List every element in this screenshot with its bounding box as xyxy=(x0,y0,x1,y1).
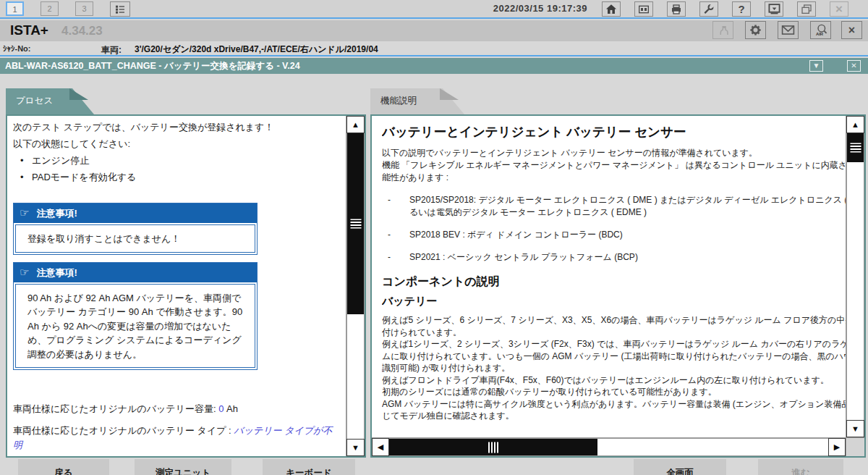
vehicle-info-bar: ｼｬｼ-No: 車両: 3'/G20/セダン/320d xDrive/B47,-… xyxy=(0,42,868,56)
battery-para-line: 例えば5 シリーズ、6 シリーズ、7 シリーズ、X3、X5、X6の場合、車両バッ… xyxy=(382,314,846,327)
notice-title: 注意事項! xyxy=(36,267,77,278)
home-icon xyxy=(605,3,618,15)
notice-box-2: ☞注意事項! 90 Ah および 92 Ah AGM バッテリーを、車両側でバッ… xyxy=(13,262,258,371)
process-vertical-scrollbar[interactable]: ▲ ▼ xyxy=(346,116,365,456)
scroll-right-button[interactable]: ▶ xyxy=(828,438,846,456)
app-title-bar: ISTA+ 4.34.23 AIR × xyxy=(0,20,868,41)
back-button[interactable]: 戻る xyxy=(18,459,109,475)
description-para1-line1: 以下の説明でバッテリーとインテリジェント バッテリー センサーの情報が準備されて… xyxy=(382,147,846,159)
minimize-icon[interactable]: ▼ xyxy=(809,60,823,72)
forward-button[interactable]: 進む xyxy=(758,459,843,475)
scroll-up-button[interactable]: ▲ xyxy=(846,116,864,133)
process-subintro: 以下の状態にしてください: xyxy=(13,137,340,151)
description-vertical-scrollbar[interactable]: ▲ ▼ xyxy=(846,116,864,437)
scroll-thumb[interactable] xyxy=(847,133,864,162)
settings-button[interactable] xyxy=(745,21,766,39)
session-tab-3[interactable]: 3 xyxy=(75,1,93,16)
settings-gear-icon xyxy=(749,23,762,37)
description-heading: バッテリーとインテリジェント バッテリー センサー xyxy=(382,126,846,138)
battery-para-line: 付けられています。 xyxy=(382,327,846,339)
notice-body: 登録を取り消すことはできません！ xyxy=(16,225,255,252)
process-panel: 次のテスト ステップでは、バッテリー交換が登録されます！ 以下の状態にしてくださ… xyxy=(6,114,366,458)
scroll-grip xyxy=(488,442,498,453)
printer-icon xyxy=(670,4,683,15)
air-search-icon: AIR xyxy=(814,23,828,37)
scroll-thumb[interactable] xyxy=(389,439,597,455)
battery-para-line: ムに取り付けられています。いつも一個の AGM バッテリー (工場出荷時に取り付… xyxy=(382,350,846,363)
close-app-button[interactable]: × xyxy=(830,1,848,17)
pointing-hand-icon: ☞ xyxy=(20,266,29,278)
scroll-grip xyxy=(850,143,861,153)
close-session-button[interactable]: × xyxy=(841,21,862,39)
window-restore-icon xyxy=(800,4,813,15)
process-bullet-1: •エンジン停止 xyxy=(20,154,340,167)
app-version: 4.34.23 xyxy=(61,24,103,38)
notice-box-1: ☞注意事項! 登録を取り消すことはできません！ xyxy=(13,203,258,255)
components-heading: コンポーネントの説明 xyxy=(382,275,846,287)
documents-button[interactable] xyxy=(634,1,653,17)
process-content: 次のテスト ステップでは、バッテリー交換が登録されます！ 以下の状態にしてくださ… xyxy=(7,116,346,456)
top-toolbar: 1 2 3 2022/03/15 19:17:39 ? xyxy=(0,0,868,19)
scroll-track[interactable] xyxy=(846,133,864,420)
keyboard-button[interactable]: キーボード xyxy=(263,459,355,475)
service-functions-button[interactable] xyxy=(699,1,718,17)
description-horizontal-scrollbar[interactable]: ◀ ▶ xyxy=(372,437,846,456)
scroll-track[interactable] xyxy=(346,133,365,439)
scroll-down-button[interactable]: ▼ xyxy=(346,439,365,456)
battery-para-line: 例えば1シリーズ、2 シリーズ、3シリーズ (F2x、F3x) では、車両バッテ… xyxy=(382,338,846,350)
tab-function-description[interactable]: 機能説明 xyxy=(370,88,464,114)
battery-para-line: 初期のシリーズには通常の鉛酸バッテリーが取り付けられている可能性があります。 xyxy=(382,386,846,398)
notice-title: 注意事項! xyxy=(36,208,77,219)
air-search-button[interactable]: AIR xyxy=(810,21,831,39)
notice-header: ☞注意事項! xyxy=(14,263,257,282)
description-para1-line3: 能性があります : xyxy=(382,172,846,184)
test-module-title-bar: ABL-WAR-AS6120_BATT_CHANGE - バッテリー交換を記録す… xyxy=(0,58,868,74)
session-tab-1[interactable]: 1 xyxy=(6,1,24,16)
datetime-display: 2022/03/15 19:17:39 xyxy=(493,3,587,14)
window-restore-button[interactable] xyxy=(797,1,816,17)
tab-process-label: プロセス xyxy=(16,95,53,107)
vehicle-label: 車両: xyxy=(101,44,122,56)
sp-list-item-1: - SP2015/SP2018: デジタル モーター エレクトロニクス ( DM… xyxy=(388,194,846,219)
tab-process[interactable]: プロセス xyxy=(6,88,94,114)
battery-para-line: AGM バッテリーには特に高サイクル強度という利点があります。バッテリー容量は装… xyxy=(382,398,846,411)
battery-type-original: 車両仕様に応じたオリジナルのバッテリー タイプ : バッテリー タイプが不明 xyxy=(13,424,340,453)
list-icon xyxy=(114,4,127,15)
chassis-number-label: ｼｬｼ-No: xyxy=(3,44,31,53)
documents-icon xyxy=(637,4,650,15)
scroll-thumb[interactable] xyxy=(347,133,364,314)
battery-para-line: 識別可能) が取り付けられます。 xyxy=(382,362,846,374)
fullscreen-toggle-button[interactable] xyxy=(765,1,783,17)
connector-icon xyxy=(717,24,730,37)
function-description-panel: バッテリーとインテリジェント バッテリー センサー 以下の説明でバッテリーとイン… xyxy=(370,114,866,458)
description-para1-line2: 機能 「フレキシブル エネルギー マネージメントとパワー マネージメント」 は異… xyxy=(382,159,846,172)
print-button[interactable] xyxy=(667,1,686,17)
fullscreen-button[interactable]: 全画面 xyxy=(634,459,726,475)
session-tab-2[interactable]: 2 xyxy=(41,1,59,16)
close-icon[interactable]: ✕ xyxy=(847,60,861,72)
close-icon: × xyxy=(835,3,843,15)
home-button[interactable] xyxy=(602,1,621,17)
function-description-content: バッテリーとインテリジェント バッテリー センサー 以下の説明でバッテリーとイン… xyxy=(372,116,846,437)
help-button[interactable]: ? xyxy=(732,1,751,17)
test-module-title: ABL-WAR-AS6120_BATT_CHANGE - バッテリー交換を記録す… xyxy=(5,60,300,72)
notice-header: ☞注意事項! xyxy=(14,203,257,223)
scroll-track[interactable] xyxy=(389,438,828,456)
tab-fold xyxy=(69,88,88,100)
scroll-left-button[interactable]: ◀ xyxy=(372,438,389,456)
mail-button[interactable] xyxy=(778,21,799,39)
process-intro: 次のテスト ステップでは、バッテリー交換が登録されます！ xyxy=(13,120,340,134)
scrollbar-corner xyxy=(846,437,864,456)
measuring-unit-button[interactable]: 測定ユニット xyxy=(135,459,231,475)
battery-para-line: 例えばフロントドライブ車両(F4x、F5x、F60)ではバッテリーはエンジンルー… xyxy=(382,374,846,387)
session-list-button[interactable] xyxy=(110,1,130,17)
scroll-down-button[interactable]: ▼ xyxy=(846,420,864,437)
help-icon: ? xyxy=(738,3,744,15)
battery-capacity-original: 車両仕様に応じたオリジナルのバッテリー容量: 0 Ah xyxy=(13,402,340,416)
notice-body: 90 Ah および 92 Ah AGM バッテリーを、車両側でバッテリー カテゴ… xyxy=(16,285,255,368)
scroll-up-button[interactable]: ▲ xyxy=(346,116,365,133)
pointing-hand-icon: ☞ xyxy=(20,206,29,219)
close-icon: × xyxy=(848,25,855,36)
connector-button[interactable] xyxy=(712,21,733,39)
svg-text:AIR: AIR xyxy=(815,32,823,36)
